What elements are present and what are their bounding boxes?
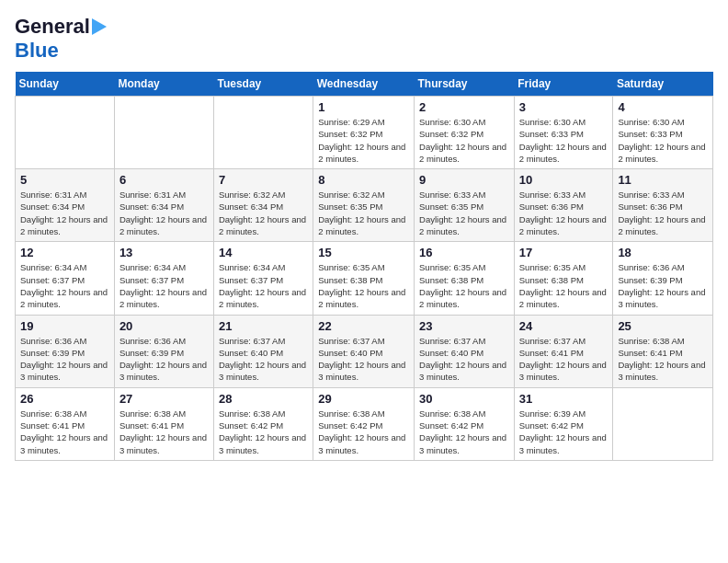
day-number: 10 [519, 173, 609, 187]
day-number: 22 [318, 319, 409, 333]
calendar-cell [213, 97, 313, 169]
day-number: 14 [219, 246, 308, 259]
calendar-cell: 21Sunrise: 6:37 AMSunset: 6:40 PMDayligh… [213, 315, 313, 387]
calendar-cell: 31Sunrise: 6:39 AMSunset: 6:42 PMDayligh… [514, 387, 613, 460]
logo: General Blue [15, 15, 108, 63]
day-number: 11 [618, 173, 708, 187]
day-info: Sunrise: 6:34 AMSunset: 6:37 PMDaylight:… [219, 261, 308, 310]
day-info: Sunrise: 6:35 AMSunset: 6:38 PMDaylight:… [519, 261, 609, 310]
day-number: 29 [318, 392, 409, 406]
day-number: 30 [419, 392, 509, 406]
calendar-week-4: 19Sunrise: 6:36 AMSunset: 6:39 PMDayligh… [16, 315, 713, 387]
day-number: 19 [20, 319, 109, 333]
day-info: Sunrise: 6:37 AMSunset: 6:41 PMDaylight:… [519, 335, 609, 384]
day-info: Sunrise: 6:36 AMSunset: 6:39 PMDaylight:… [119, 335, 209, 384]
day-info: Sunrise: 6:33 AMSunset: 6:36 PMDaylight:… [519, 189, 609, 237]
calendar-cell: 28Sunrise: 6:38 AMSunset: 6:42 PMDayligh… [213, 387, 313, 460]
day-number: 5 [20, 173, 109, 187]
calendar-week-3: 12Sunrise: 6:34 AMSunset: 6:37 PMDayligh… [16, 242, 713, 315]
calendar-cell: 2Sunrise: 6:30 AMSunset: 6:32 PMDaylight… [415, 97, 515, 169]
calendar-cell: 4Sunrise: 6:30 AMSunset: 6:33 PMDaylight… [613, 97, 713, 169]
calendar-cell: 29Sunrise: 6:38 AMSunset: 6:42 PMDayligh… [313, 387, 415, 460]
calendar-cell: 11Sunrise: 6:33 AMSunset: 6:36 PMDayligh… [613, 169, 713, 242]
calendar-cell: 14Sunrise: 6:34 AMSunset: 6:37 PMDayligh… [213, 242, 313, 315]
calendar-cell: 1Sunrise: 6:29 AMSunset: 6:32 PMDaylight… [313, 97, 415, 169]
day-info: Sunrise: 6:35 AMSunset: 6:38 PMDaylight:… [419, 261, 509, 310]
calendar-cell: 13Sunrise: 6:34 AMSunset: 6:37 PMDayligh… [114, 242, 213, 315]
calendar-cell: 8Sunrise: 6:32 AMSunset: 6:35 PMDaylight… [313, 169, 415, 242]
day-number: 12 [20, 246, 109, 259]
logo-general: General [15, 15, 90, 39]
header-monday: Monday [114, 72, 213, 97]
day-info: Sunrise: 6:30 AMSunset: 6:33 PMDaylight:… [519, 116, 609, 165]
day-info: Sunrise: 6:31 AMSunset: 6:34 PMDaylight:… [20, 189, 109, 237]
day-info: Sunrise: 6:36 AMSunset: 6:39 PMDaylight:… [618, 261, 708, 310]
calendar-cell: 24Sunrise: 6:37 AMSunset: 6:41 PMDayligh… [514, 315, 613, 387]
calendar-cell: 3Sunrise: 6:30 AMSunset: 6:33 PMDaylight… [514, 97, 613, 169]
day-info: Sunrise: 6:37 AMSunset: 6:40 PMDaylight:… [419, 335, 509, 384]
day-info: Sunrise: 6:31 AMSunset: 6:34 PMDaylight:… [119, 189, 209, 237]
day-number: 25 [618, 319, 708, 333]
day-info: Sunrise: 6:34 AMSunset: 6:37 PMDaylight:… [119, 261, 209, 310]
page-header: General Blue [15, 15, 713, 63]
day-info: Sunrise: 6:30 AMSunset: 6:33 PMDaylight:… [618, 116, 708, 165]
calendar-cell: 6Sunrise: 6:31 AMSunset: 6:34 PMDaylight… [114, 169, 213, 242]
calendar-cell: 30Sunrise: 6:38 AMSunset: 6:42 PMDayligh… [415, 387, 515, 460]
header-wednesday: Wednesday [313, 72, 415, 97]
header-sunday: Sunday [16, 72, 115, 97]
calendar-cell [16, 97, 115, 169]
day-number: 17 [519, 246, 609, 259]
day-info: Sunrise: 6:33 AMSunset: 6:36 PMDaylight:… [618, 189, 708, 237]
day-info: Sunrise: 6:38 AMSunset: 6:42 PMDaylight:… [318, 408, 409, 456]
day-number: 21 [219, 319, 308, 333]
day-number: 27 [119, 392, 209, 406]
day-info: Sunrise: 6:37 AMSunset: 6:40 PMDaylight:… [219, 335, 308, 384]
day-info: Sunrise: 6:37 AMSunset: 6:40 PMDaylight:… [318, 335, 409, 384]
calendar-week-5: 26Sunrise: 6:38 AMSunset: 6:41 PMDayligh… [16, 387, 713, 460]
calendar-cell: 22Sunrise: 6:37 AMSunset: 6:40 PMDayligh… [313, 315, 415, 387]
calendar-cell: 12Sunrise: 6:34 AMSunset: 6:37 PMDayligh… [16, 242, 115, 315]
day-number: 24 [519, 319, 609, 333]
day-info: Sunrise: 6:38 AMSunset: 6:42 PMDaylight:… [419, 408, 509, 456]
logo-arrow-icon [92, 18, 107, 35]
day-number: 31 [519, 392, 609, 406]
day-info: Sunrise: 6:38 AMSunset: 6:41 PMDaylight:… [20, 408, 109, 456]
calendar-cell: 23Sunrise: 6:37 AMSunset: 6:40 PMDayligh… [415, 315, 515, 387]
calendar-cell: 7Sunrise: 6:32 AMSunset: 6:34 PMDaylight… [213, 169, 313, 242]
logo-blue: Blue [15, 39, 59, 62]
calendar-week-2: 5Sunrise: 6:31 AMSunset: 6:34 PMDaylight… [16, 169, 713, 242]
calendar-cell: 9Sunrise: 6:33 AMSunset: 6:35 PMDaylight… [415, 169, 515, 242]
day-number: 18 [618, 246, 708, 259]
day-info: Sunrise: 6:38 AMSunset: 6:42 PMDaylight:… [219, 408, 308, 456]
day-info: Sunrise: 6:34 AMSunset: 6:37 PMDaylight:… [20, 261, 109, 310]
day-number: 26 [20, 392, 109, 406]
day-number: 20 [119, 319, 209, 333]
calendar-week-1: 1Sunrise: 6:29 AMSunset: 6:32 PMDaylight… [16, 97, 713, 169]
header-thursday: Thursday [415, 72, 515, 97]
day-number: 2 [419, 100, 509, 114]
day-number: 4 [618, 100, 708, 114]
day-info: Sunrise: 6:33 AMSunset: 6:35 PMDaylight:… [419, 189, 509, 237]
day-info: Sunrise: 6:38 AMSunset: 6:41 PMDaylight:… [618, 335, 708, 384]
day-number: 16 [419, 246, 509, 259]
day-info: Sunrise: 6:32 AMSunset: 6:34 PMDaylight:… [219, 189, 308, 237]
calendar-cell [613, 387, 713, 460]
day-number: 3 [519, 100, 609, 114]
calendar-cell: 15Sunrise: 6:35 AMSunset: 6:38 PMDayligh… [313, 242, 415, 315]
calendar-cell: 20Sunrise: 6:36 AMSunset: 6:39 PMDayligh… [114, 315, 213, 387]
calendar-cell: 26Sunrise: 6:38 AMSunset: 6:41 PMDayligh… [16, 387, 115, 460]
calendar-cell: 16Sunrise: 6:35 AMSunset: 6:38 PMDayligh… [415, 242, 515, 315]
calendar-cell: 5Sunrise: 6:31 AMSunset: 6:34 PMDaylight… [16, 169, 115, 242]
day-number: 7 [219, 173, 308, 187]
calendar-cell [114, 97, 213, 169]
calendar-cell: 10Sunrise: 6:33 AMSunset: 6:36 PMDayligh… [514, 169, 613, 242]
calendar-cell: 25Sunrise: 6:38 AMSunset: 6:41 PMDayligh… [613, 315, 713, 387]
day-info: Sunrise: 6:38 AMSunset: 6:41 PMDaylight:… [119, 408, 209, 456]
day-number: 8 [318, 173, 409, 187]
calendar-cell: 17Sunrise: 6:35 AMSunset: 6:38 PMDayligh… [514, 242, 613, 315]
calendar-table: SundayMondayTuesdayWednesdayThursdayFrid… [15, 72, 713, 461]
day-info: Sunrise: 6:32 AMSunset: 6:35 PMDaylight:… [318, 189, 409, 237]
day-info: Sunrise: 6:35 AMSunset: 6:38 PMDaylight:… [318, 261, 409, 310]
day-number: 6 [119, 173, 209, 187]
day-info: Sunrise: 6:30 AMSunset: 6:32 PMDaylight:… [419, 116, 509, 165]
